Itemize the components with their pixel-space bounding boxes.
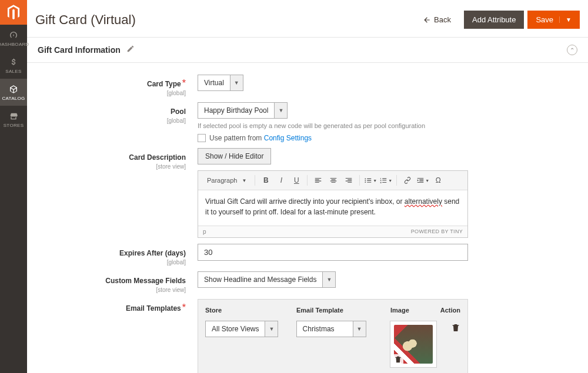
dollar-icon [9, 58, 18, 67]
table-header: Store Email Template Image Action [205, 307, 460, 314]
editor-path: p [203, 228, 206, 235]
chevron-down-icon[interactable]: ▼ [230, 75, 243, 90]
col-image: Image [390, 307, 437, 314]
card-type-select[interactable]: Virtual ▼ [198, 75, 243, 91]
editor-body[interactable]: Virtual Gift Card will arrive directly i… [198, 190, 467, 226]
card-type-label: Card Type [147, 80, 181, 88]
editor-powered-by: POWERED BY TINY [411, 228, 463, 235]
config-settings-link[interactable]: Config Settings [264, 134, 312, 142]
section-header: Gift Card Information ⌃ [27, 38, 588, 63]
page-title: Gift Card (Virtual) [35, 12, 422, 28]
col-store: Store [205, 307, 296, 314]
nav-label: DASHBOARD [0, 42, 29, 47]
save-button[interactable]: Save ▼ [527, 11, 580, 29]
underline-icon[interactable]: U [290, 174, 303, 187]
gauge-icon [9, 31, 18, 40]
chevron-down-icon[interactable]: ▼ [322, 272, 335, 287]
bullet-list-icon[interactable]: ▼ [364, 174, 377, 187]
magento-logo[interactable] [0, 0, 27, 25]
chevron-down-icon[interactable]: ▼ [274, 103, 287, 118]
align-right-icon[interactable] [342, 174, 355, 187]
nav-sales[interactable]: SALES [0, 52, 27, 79]
template-image-thumbnail[interactable] [390, 321, 437, 368]
box-icon [9, 85, 18, 94]
table-row: All Store Views ▼ Christmas ▼ [205, 321, 460, 368]
chevron-down-icon[interactable]: ▼ [353, 321, 366, 337]
pool-hint: If selected pool is empty a new code wil… [198, 122, 468, 129]
nav-label: CATALOG [2, 96, 25, 101]
pool-label: Pool [171, 107, 186, 116]
paragraph-select[interactable]: Paragraph▼ [203, 175, 250, 186]
store-select[interactable]: All Store Views ▼ [205, 321, 278, 337]
italic-icon[interactable]: I [275, 174, 288, 187]
description-label: Card Description [129, 153, 186, 162]
email-templates-label: Email Templates [126, 304, 181, 312]
collapse-section-icon[interactable]: ⌃ [567, 45, 577, 55]
row-email-templates: Email Templates* Store Email Template Im… [51, 299, 564, 373]
arrow-left-icon [422, 16, 432, 24]
editor-footer: p POWERED BY TINY [198, 226, 467, 237]
col-action: Action [437, 307, 460, 314]
save-dropdown-icon[interactable]: ▼ [559, 16, 572, 23]
magento-icon [7, 5, 20, 20]
nav-label: SALES [5, 69, 21, 74]
form-area: Card Type* [global] Virtual ▼ Pool [glob… [27, 63, 588, 373]
custom-msg-select[interactable]: Show Headline and Message Fields ▼ [198, 271, 336, 288]
row-expires: Expires After (days) [global] [51, 244, 564, 266]
pattern-checkbox-row: Use pattern from Config Settings [198, 134, 468, 142]
link-icon[interactable] [401, 174, 414, 187]
nav-label: STORES [4, 123, 24, 128]
add-attribute-button[interactable]: Add Attribute [464, 11, 524, 29]
edit-section-icon[interactable] [126, 45, 135, 55]
delete-row-icon[interactable] [451, 324, 460, 334]
pool-select[interactable]: Happy Birthday Pool ▼ [198, 102, 288, 119]
editor-toolbar: Paragraph▼ B I U ▼ ▼ ▼ [198, 171, 467, 190]
indent-icon[interactable]: ▼ [416, 174, 429, 187]
template-select[interactable]: Christmas ▼ [296, 321, 366, 337]
section-title: Gift Card Information [38, 45, 121, 55]
nav-dashboard[interactable]: DASHBOARD [0, 25, 27, 52]
nav-catalog[interactable]: CATALOG [0, 79, 27, 106]
delete-image-icon[interactable] [393, 354, 403, 365]
row-pool: Pool [global] Happy Birthday Pool ▼ If s… [51, 102, 564, 142]
custom-msg-label: Custom Message Fields [105, 277, 186, 285]
page-header: Gift Card (Virtual) Back Add Attribute S… [27, 0, 588, 38]
wysiwyg-editor: Paragraph▼ B I U ▼ ▼ ▼ [198, 170, 468, 238]
toggle-editor-button[interactable]: Show / Hide Editor [198, 148, 271, 164]
expires-label: Expires After (days) [119, 249, 186, 257]
main-content: Gift Card (Virtual) Back Add Attribute S… [27, 0, 588, 373]
row-custom-msg: Custom Message Fields [store view] Show … [51, 271, 564, 293]
bold-icon[interactable]: B [259, 174, 272, 187]
numbered-list-icon[interactable]: ▼ [379, 174, 392, 187]
special-char-icon[interactable]: Ω [432, 174, 445, 187]
nav-stores[interactable]: STORES [0, 106, 27, 133]
expires-input[interactable] [198, 244, 468, 261]
align-center-icon[interactable] [327, 174, 340, 187]
row-card-type: Card Type* [global] Virtual ▼ [51, 75, 564, 96]
chevron-down-icon[interactable]: ▼ [265, 321, 278, 337]
row-description: Card Description [store view] Show / Hid… [51, 148, 564, 238]
store-icon [9, 112, 18, 121]
align-left-icon[interactable] [312, 174, 325, 187]
back-button[interactable]: Back [422, 15, 451, 24]
col-template: Email Template [296, 307, 390, 314]
email-templates-table: Store Email Template Image Action All St… [198, 299, 468, 373]
admin-sidebar: DASHBOARD SALES CATALOG STORES [0, 0, 27, 373]
pattern-checkbox[interactable] [198, 134, 206, 142]
